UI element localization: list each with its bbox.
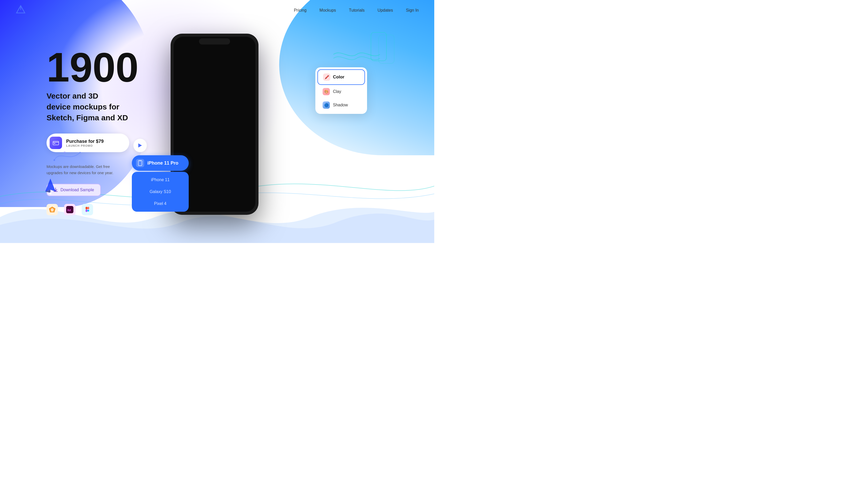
color-option-clay[interactable]: 🎨 Clay [317,85,365,98]
figma-icon [82,204,93,215]
device-item-pixel4[interactable]: Pixel 4 [132,198,189,210]
svg-text:Xd: Xd [67,208,71,212]
svg-rect-4 [53,141,59,145]
svg-marker-7 [138,143,142,147]
svg-rect-15 [86,209,87,212]
svg-point-25 [80,152,81,153]
phone-area: 🖍️ Color 🎨 Clay 🔵 Shadow iPhone 11 [150,26,331,228]
svg-rect-19 [139,161,141,162]
clay-dot: 🎨 [322,88,330,95]
device-dropdown: iPhone 11 Pro iPhone 11 Galaxy S10 Pixel… [132,155,189,212]
device-icon [136,159,144,167]
color-selected[interactable]: 🖍️ Color [317,69,365,85]
navigation: Pricing Mockups Tutorials Updates Sign I… [0,0,434,21]
svg-point-16 [87,210,89,212]
nav-signin[interactable]: Sign In [406,8,419,12]
nav-tutorials[interactable]: Tutorials [349,8,365,12]
svg-point-22 [50,192,52,194]
sketch-icon [46,204,58,215]
mockup-description: Mockups are downloadable. Get free upgra… [46,164,134,176]
hero-subtitle: Vector and 3D device mockups for Sketch,… [46,91,155,123]
play-button[interactable] [133,139,147,152]
shadow-dot: 🔵 [322,102,330,109]
nav-mockups[interactable]: Mockups [319,8,336,12]
device-selected[interactable]: iPhone 11 Pro [132,155,189,171]
svg-rect-13 [86,207,87,209]
svg-rect-14 [87,207,89,209]
logo[interactable] [16,5,26,16]
device-item-iphone11[interactable]: iPhone 11 [132,174,189,186]
device-item-galaxys10[interactable]: Galaxy S10 [132,186,189,198]
nav-links: Pricing Mockups Tutorials Updates Sign I… [294,8,419,13]
deco-curves [52,145,83,165]
deco-pen [44,177,57,196]
hero-number: 1900 [46,47,155,88]
adobe-xd-icon: Xd [64,204,75,215]
device-selected-label: iPhone 11 Pro [147,161,178,166]
svg-point-24 [64,151,66,153]
color-selected-dot: 🖍️ [323,74,330,81]
color-dropdown: 🖍️ Color 🎨 Clay 🔵 Shadow [315,67,367,114]
svg-marker-20 [45,178,56,192]
phone-notch [199,38,230,45]
svg-rect-6 [54,143,55,144]
nav-pricing[interactable]: Pricing [294,8,307,12]
svg-point-23 [54,160,55,161]
device-list: iPhone 11 Galaxy S10 Pixel 4 [132,172,189,212]
color-option-shadow[interactable]: 🔵 Shadow [317,98,365,112]
nav-updates[interactable]: Updates [378,8,393,12]
